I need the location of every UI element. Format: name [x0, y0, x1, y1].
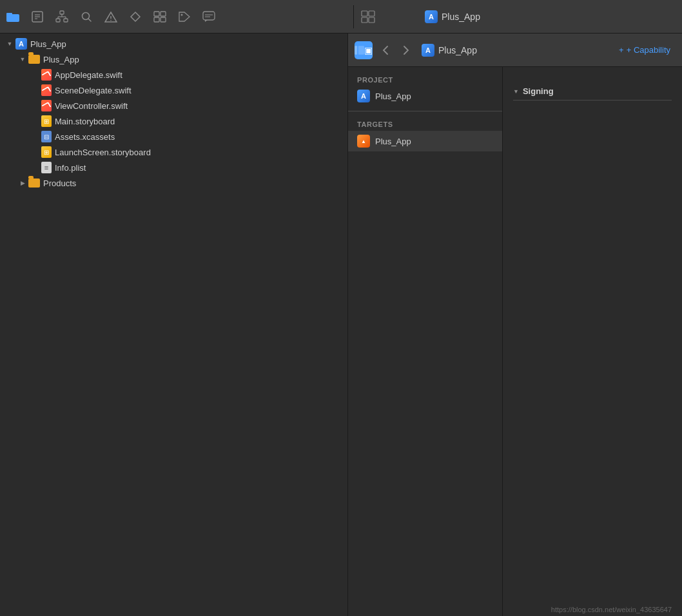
- project-editor-header: Plus_App + + Capability: [348, 34, 682, 67]
- svg-rect-20: [161, 12, 166, 16]
- svg-rect-31: [369, 17, 375, 23]
- target-item-label: Plus_App: [375, 137, 411, 146]
- editor-project-title: Plus_App: [438, 45, 477, 55]
- nav-folder-plusapp[interactable]: Plus_App: [0, 52, 347, 67]
- file-infoplist-label: Info.plist: [55, 163, 86, 173]
- nav-file-viewcontroller[interactable]: ViewController.swift: [0, 98, 347, 113]
- editor-forward-button[interactable]: [398, 43, 414, 58]
- swift-file-icon: [41, 100, 52, 111]
- add-capability-plus: +: [619, 45, 624, 55]
- svg-rect-6: [60, 11, 64, 14]
- nav-file-launchscreen[interactable]: LaunchScreen.storyboard: [0, 144, 347, 160]
- toolbar: Plus_App: [0, 0, 682, 34]
- hierarchy-icon[interactable]: [54, 9, 70, 24]
- editor-back-button[interactable]: [378, 43, 393, 58]
- svg-rect-7: [56, 19, 60, 22]
- svg-point-23: [181, 14, 183, 15]
- right-panel: Plus_App + + Capability PROJECT Plus_App…: [348, 34, 682, 616]
- nav-folder-products[interactable]: Products: [0, 175, 347, 191]
- project-list-icon: [357, 90, 370, 102]
- project-title-area: Plus_App: [425, 10, 480, 23]
- targets-section-header: TARGETS: [348, 117, 502, 131]
- products-disclosure-arrow: [18, 178, 27, 188]
- svg-rect-8: [64, 19, 68, 22]
- file-appdelegate-label: AppDelegate.swift: [55, 70, 122, 80]
- tag-icon[interactable]: [177, 9, 192, 24]
- svg-line-14: [88, 19, 91, 21]
- svg-marker-18: [131, 12, 140, 21]
- project-settings-area: Signing: [503, 67, 682, 616]
- toolbar-right: Plus_App: [354, 9, 677, 24]
- project-item-label: Plus_App: [375, 91, 411, 101]
- toolbar-left: [5, 9, 353, 24]
- xcassets-file-icon: [41, 131, 52, 142]
- svg-rect-30: [362, 17, 367, 23]
- editor-project-title-area: Plus_App: [422, 44, 477, 57]
- file-navigator: Plus_App Plus_App AppDelegate.swift Scen…: [0, 34, 348, 616]
- plist-file-icon: [41, 162, 52, 173]
- editor-project-app-icon: [422, 44, 434, 57]
- inspect-icon[interactable]: [30, 9, 45, 24]
- folder-products-label: Products: [43, 178, 76, 188]
- add-capability-button[interactable]: + + Capability: [614, 43, 676, 57]
- nav-file-appdelegate[interactable]: AppDelegate.swift: [0, 67, 347, 82]
- file-mainstoryboard-label: Main.storyboard: [55, 117, 115, 126]
- file-viewcontroller-label: ViewController.swift: [55, 101, 128, 111]
- signing-label: Signing: [523, 86, 554, 96]
- nav-file-infoplist[interactable]: Info.plist: [0, 160, 347, 175]
- root-disclosure-arrow: [5, 39, 14, 48]
- project-targets-panel: PROJECT Plus_App TARGETS Plus_App: [348, 67, 503, 616]
- svg-rect-24: [203, 12, 215, 20]
- folder-yellow-icon: [28, 178, 40, 188]
- swift-file-icon: [41, 84, 52, 96]
- project-section-header: PROJECT: [348, 72, 502, 86]
- file-assets-label: Assets.xcassets: [55, 132, 115, 142]
- target-app-icon: [357, 135, 370, 148]
- signing-header: Signing: [513, 82, 672, 101]
- back-button[interactable]: [381, 9, 396, 24]
- main-content: Plus_App Plus_App AppDelegate.swift Scen…: [0, 34, 682, 616]
- forward-button[interactable]: [402, 9, 417, 24]
- nav-file-mainstoryboard[interactable]: Main.storyboard: [0, 113, 347, 129]
- add-capability-label: + Capability: [627, 45, 670, 55]
- project-app-icon: [425, 10, 438, 23]
- folder-plusapp-label: Plus_App: [43, 55, 79, 64]
- grid-icon[interactable]: [152, 9, 168, 24]
- svg-rect-1: [6, 13, 12, 15]
- section-separator: [348, 111, 502, 111]
- file-scenedelegate-label: SceneDelegate.swift: [55, 86, 132, 95]
- sidebar-toggle-button[interactable]: [355, 41, 373, 59]
- nav-root-item[interactable]: Plus_App: [0, 36, 347, 52]
- svg-marker-27: [205, 20, 208, 22]
- comment-icon[interactable]: [201, 9, 217, 24]
- target-item-plusapp[interactable]: Plus_App: [348, 131, 502, 151]
- file-launchscreen-label: LaunchScreen.storyboard: [55, 148, 151, 157]
- scheme-icon[interactable]: [360, 9, 376, 24]
- svg-rect-21: [154, 17, 159, 22]
- nav-file-assets[interactable]: Assets.xcassets: [0, 129, 347, 144]
- svg-rect-28: [362, 11, 367, 16]
- folder-disclosure-arrow: [18, 55, 27, 64]
- project-icon: [15, 38, 27, 50]
- folder-nav-icon[interactable]: [5, 9, 21, 24]
- svg-rect-33: [358, 46, 364, 54]
- svg-rect-22: [161, 17, 166, 22]
- swift-file-icon: [41, 69, 52, 81]
- project-editor: PROJECT Plus_App TARGETS Plus_App Signin…: [348, 67, 682, 616]
- storyboard-file-icon: [41, 115, 52, 127]
- root-label: Plus_App: [30, 39, 66, 49]
- project-title: Plus_App: [442, 12, 480, 22]
- breakpoint-icon[interactable]: [128, 9, 143, 24]
- warning-icon[interactable]: [103, 9, 119, 24]
- project-item-plusapp[interactable]: Plus_App: [348, 86, 502, 106]
- search-icon[interactable]: [79, 9, 94, 24]
- svg-rect-29: [369, 11, 375, 16]
- svg-rect-19: [154, 12, 159, 16]
- storyboard-file-icon: [41, 146, 52, 158]
- footer-url: https://blog.csdn.net/weixin_43635647: [551, 606, 672, 613]
- svg-rect-32: [355, 46, 357, 54]
- folder-yellow-icon: [28, 55, 40, 64]
- svg-point-17: [110, 19, 112, 21]
- signing-section: Signing: [513, 82, 672, 101]
- nav-file-scenedelegate[interactable]: SceneDelegate.swift: [0, 82, 347, 98]
